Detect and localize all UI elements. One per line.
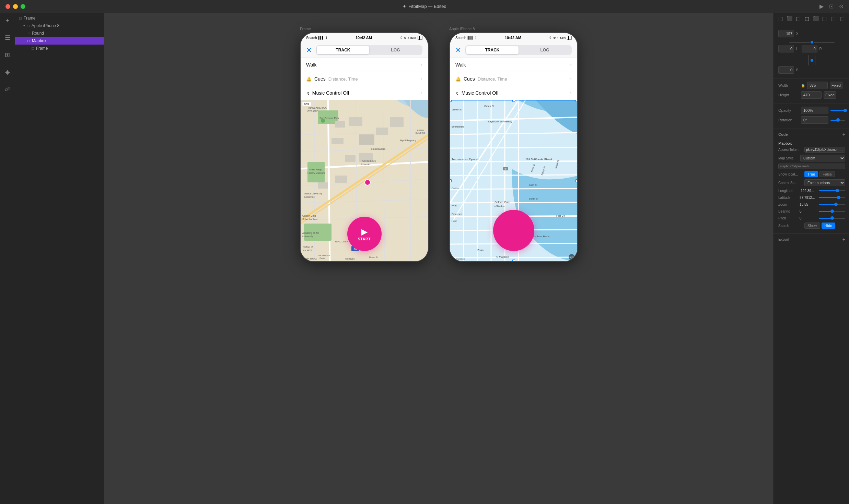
- show-true-btn[interactable]: True: [804, 171, 818, 177]
- search-hide-btn[interactable]: Hide: [822, 223, 836, 229]
- canvas: Frame Search ▌▌▌ ⌇ 10:42 AM: [104, 13, 774, 504]
- bearing-thumb[interactable]: [830, 209, 834, 213]
- control-scroll-label: Control Sc...: [778, 181, 803, 185]
- show-location-row: Show locat... True False: [778, 171, 845, 177]
- close-x-button-2[interactable]: ✕: [455, 46, 461, 54]
- layer-item-mapbox[interactable]: □ Mapbox: [15, 37, 104, 45]
- longitude-thumb[interactable]: [836, 189, 839, 192]
- align-right-icon[interactable]: ⬚: [794, 14, 802, 23]
- r-input[interactable]: [802, 45, 817, 52]
- layer-item-iphone8[interactable]: ▾ □ Apple iPhone 8: [15, 22, 104, 29]
- code-add-icon[interactable]: +: [842, 132, 845, 137]
- svg-text:FERRY: FERRY: [417, 129, 424, 131]
- zoom-thumb[interactable]: [834, 203, 838, 206]
- distribute-v-icon[interactable]: ⬚: [838, 14, 846, 23]
- music-label-2: Music Control Off: [462, 90, 499, 96]
- control-scroll-select[interactable]: Enter numbers: [804, 179, 845, 186]
- icon-bar: + ☰ ⊞ ◈ ☍: [0, 13, 15, 504]
- tab-track-1[interactable]: TRACK: [317, 46, 369, 54]
- music-row-2[interactable]: ♫ Music Control Off ›: [450, 86, 577, 100]
- b-input[interactable]: [778, 66, 794, 74]
- tab-log-2[interactable]: LOG: [519, 46, 571, 54]
- prototyping-icon[interactable]: ☍: [3, 84, 12, 94]
- start-button-2[interactable]: [493, 210, 534, 251]
- align-top-icon[interactable]: ⬚: [803, 14, 811, 23]
- share-icon[interactable]: ⊙: [839, 3, 844, 10]
- grid-icon[interactable]: ⊞: [3, 50, 11, 60]
- layers-icon[interactable]: ☰: [3, 33, 12, 43]
- minimize-button[interactable]: [13, 4, 18, 9]
- components-icon[interactable]: ◈: [4, 67, 11, 77]
- height-input[interactable]: [801, 91, 822, 99]
- opacity-row: Opacity: [778, 107, 845, 114]
- opacity-thumb[interactable]: [844, 109, 847, 112]
- rotation-thumb[interactable]: [836, 118, 840, 122]
- distribute-h-icon[interactable]: ⬚: [829, 14, 838, 23]
- latitude-thumb[interactable]: [837, 196, 840, 199]
- search-show-btn[interactable]: Show: [804, 223, 820, 229]
- export-row: Export +: [774, 234, 849, 245]
- status-right-1: ☾ ⊕ ↑ 83% ▌: [400, 36, 422, 40]
- add-icon[interactable]: +: [4, 16, 11, 26]
- l-input[interactable]: [778, 45, 794, 52]
- status-time-2: 10:42 AM: [505, 36, 521, 40]
- height-mode-select[interactable]: Fixed Fill Hug: [824, 91, 836, 99]
- align-bottom-icon[interactable]: ⬚: [821, 14, 829, 23]
- start-button-1[interactable]: ▶ START: [347, 217, 382, 251]
- close-x-button-1[interactable]: ✕: [306, 46, 312, 54]
- close-button[interactable]: [5, 4, 10, 9]
- width-input[interactable]: [807, 82, 828, 89]
- opacity-input[interactable]: [801, 107, 828, 114]
- cues-sub-1: Distance, Time: [328, 76, 358, 82]
- music-row-1[interactable]: ♫ Music Control Off ›: [301, 86, 428, 100]
- layer-item-frame-child[interactable]: □ Frame: [15, 45, 104, 52]
- zoom-slider[interactable]: [819, 202, 845, 207]
- tab-track-2[interactable]: TRACK: [466, 46, 519, 54]
- music-icon-1: ♫: [306, 91, 310, 96]
- svg-text:Hyatt: Hyatt: [452, 204, 457, 207]
- pitch-thumb[interactable]: [830, 216, 834, 220]
- pitch-label: Pitch: [778, 216, 798, 220]
- tab-bar-1: TRACK LOG: [316, 45, 422, 55]
- svg-text:Golden Gate: Golden Gate: [302, 215, 316, 217]
- status-time-1: 10:42 AM: [356, 36, 372, 40]
- show-false-btn[interactable]: False: [819, 171, 835, 177]
- zoom-value: 13.55: [800, 203, 817, 206]
- layer-item-round[interactable]: ○ Round: [15, 29, 104, 37]
- window-controls[interactable]: [5, 4, 25, 9]
- walk-row-2[interactable]: Walk ›: [450, 58, 577, 72]
- layer-item-frame-root[interactable]: □ Frame: [15, 14, 104, 22]
- bearing-slider[interactable]: [819, 209, 845, 214]
- cues-label-1: Cues: [314, 76, 326, 82]
- tab-log-1[interactable]: LOG: [369, 46, 422, 54]
- x-input[interactable]: [778, 30, 794, 37]
- cues-row-2[interactable]: 🔔 Cues Distance, Time ›: [450, 72, 577, 86]
- map-style-select[interactable]: Custom Streets Outdoors Light Dark Satel…: [800, 155, 845, 161]
- r-label: R: [819, 47, 822, 51]
- device-icon[interactable]: ⊡: [829, 3, 834, 10]
- rotation-slider[interactable]: [830, 118, 845, 122]
- cues-label-2: Cues: [464, 76, 475, 82]
- tree-icon-mapbox: □: [27, 39, 30, 43]
- b-label: B: [796, 68, 799, 72]
- layer-label-frame-child: Frame: [36, 46, 48, 51]
- align-center-v-icon[interactable]: ⬛: [812, 14, 820, 23]
- battery-icon-2: ▌: [567, 36, 572, 40]
- width-mode-select[interactable]: Fixed Fill Hug: [830, 82, 842, 89]
- align-left-icon[interactable]: ⬚: [777, 14, 785, 23]
- export-add-icon[interactable]: +: [842, 237, 845, 242]
- layer-label-frame-root: Frame: [24, 16, 36, 21]
- svg-text:Green St: Green St: [484, 105, 494, 107]
- align-center-h-icon[interactable]: ⬛: [786, 14, 794, 23]
- rotation-input[interactable]: [801, 116, 828, 124]
- longitude-slider[interactable]: [819, 188, 845, 193]
- pitch-slider[interactable]: [819, 216, 845, 220]
- maximize-button[interactable]: [21, 4, 25, 9]
- svg-text:101 California Street: 101 California Street: [525, 158, 552, 161]
- walk-row-1[interactable]: Walk ›: [301, 58, 428, 72]
- play-icon[interactable]: ▶: [819, 3, 824, 10]
- cues-row-1[interactable]: 🔔 Cues Distance, Time ›: [301, 72, 428, 86]
- expand-arrow: ▾: [23, 24, 25, 27]
- latitude-slider[interactable]: [819, 195, 845, 200]
- opacity-slider[interactable]: [830, 108, 845, 113]
